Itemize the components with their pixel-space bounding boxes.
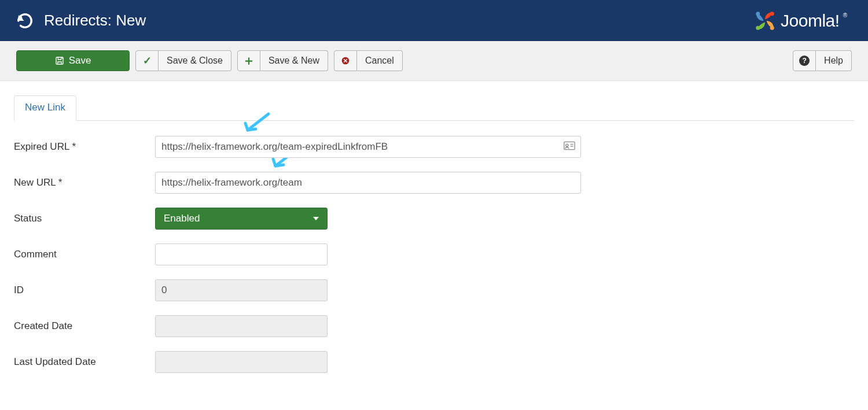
save-close-group: ✓ Save & Close — [135, 50, 231, 71]
svg-point-7 — [566, 144, 568, 146]
cancel-group: Cancel — [334, 50, 403, 71]
label-expired-url: Expired URL * — [14, 141, 155, 153]
row-comment: Comment — [14, 243, 854, 265]
tab-new-link[interactable]: New Link — [14, 95, 76, 121]
cancel-button[interactable]: Cancel — [357, 50, 403, 71]
form: Expired URL * New URL * Status Enabled — [14, 121, 854, 373]
contact-card-icon — [564, 141, 575, 153]
help-icon-button[interactable]: ? — [793, 50, 816, 71]
cancel-label: Cancel — [365, 56, 394, 66]
label-new-url: New URL * — [14, 177, 155, 189]
joomla-mark-icon — [753, 9, 777, 33]
save-close-label: Save & Close — [167, 56, 223, 66]
tab-row: New Link — [14, 95, 854, 121]
toolbar-right: ? Help — [793, 50, 852, 71]
svg-point-1 — [770, 12, 774, 16]
label-id: ID — [14, 285, 155, 296]
help-label: Help — [824, 56, 843, 66]
save-button[interactable]: Save — [16, 50, 130, 71]
status-select[interactable]: Enabled — [155, 208, 328, 230]
row-id: ID — [14, 279, 854, 301]
page-title: Redirects: New — [44, 12, 146, 29]
expired-url-wrap — [155, 136, 581, 158]
save-new-group: ＋ Save & New — [237, 50, 328, 71]
joomla-logo-text: Joomla! — [781, 11, 840, 31]
row-created: Created Date — [14, 315, 854, 337]
label-status: Status — [14, 213, 155, 224]
joomla-logo: Joomla! ® — [753, 9, 847, 33]
new-url-input[interactable] — [155, 172, 581, 194]
label-updated: Last Updated Date — [14, 356, 155, 368]
help-button[interactable]: Help — [816, 50, 852, 71]
help-icon: ? — [799, 56, 810, 66]
row-expired-url: Expired URL * — [14, 136, 854, 158]
check-icon: ✓ — [143, 54, 152, 67]
label-comment: Comment — [14, 249, 155, 260]
save-close-button[interactable]: Save & Close — [159, 50, 231, 71]
save-new-button[interactable]: Save & New — [260, 50, 328, 71]
save-button-label: Save — [69, 55, 91, 67]
svg-point-2 — [770, 25, 774, 29]
expired-url-input[interactable] — [155, 136, 581, 158]
comment-input[interactable] — [155, 243, 328, 265]
cancel-icon-button[interactable] — [334, 50, 357, 71]
row-new-url: New URL * — [14, 172, 854, 194]
svg-point-0 — [756, 12, 760, 16]
row-updated: Last Updated Date — [14, 351, 854, 373]
caret-down-icon — [313, 217, 319, 220]
updated-date-input — [155, 351, 328, 373]
created-date-input — [155, 315, 328, 337]
toolbar-left: Save ✓ Save & Close ＋ Save & New — [16, 50, 403, 71]
status-value: Enabled — [164, 213, 200, 224]
save-icon — [55, 56, 64, 65]
content: New Link Expired URL * — [0, 81, 868, 410]
toolbar: Save ✓ Save & Close ＋ Save & New — [0, 41, 868, 81]
save-close-icon-button[interactable]: ✓ — [135, 50, 159, 71]
label-created: Created Date — [14, 320, 155, 332]
header-left: Redirects: New — [16, 12, 146, 29]
row-status: Status Enabled — [14, 208, 854, 230]
redirect-icon — [16, 12, 34, 29]
save-new-icon-button[interactable]: ＋ — [237, 50, 260, 71]
registered-icon: ® — [843, 12, 847, 19]
tab-new-link-label: New Link — [25, 102, 65, 113]
plus-icon: ＋ — [242, 54, 255, 67]
id-input — [155, 279, 328, 301]
cancel-icon — [341, 57, 350, 65]
help-group: ? Help — [793, 50, 852, 71]
svg-point-3 — [756, 25, 760, 29]
page-header: Redirects: New Joomla! ® — [0, 0, 868, 41]
save-new-label: Save & New — [269, 56, 319, 66]
